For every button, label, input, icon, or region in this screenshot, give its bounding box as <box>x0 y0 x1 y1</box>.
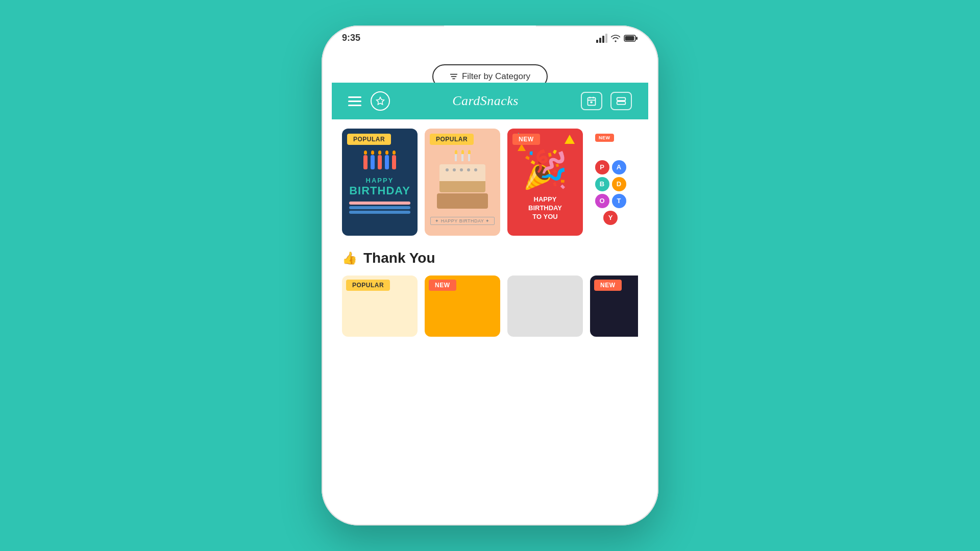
letter-D: D <box>612 177 626 191</box>
svg-rect-4 <box>587 97 595 105</box>
svg-rect-2 <box>625 36 634 40</box>
svg-rect-10 <box>617 102 626 105</box>
thank-you-card-2[interactable]: NEW <box>425 276 500 337</box>
letter-Y: Y <box>603 211 618 225</box>
thank-you-cards-row: POPULAR NEW NEW <box>342 276 638 337</box>
happy-birthday-text: ✦ HAPPY BIRTHDAY ✦ <box>430 217 494 225</box>
scroll-area[interactable]: Filter by Category 🎂 Birthday POPULAR <box>332 54 648 515</box>
thank-you-title: Thank You <box>363 250 435 266</box>
status-icons <box>596 34 638 43</box>
popular-badge: POPULAR <box>347 134 391 145</box>
signal-icon <box>596 34 607 43</box>
svg-rect-1 <box>636 37 638 40</box>
birthday-card-3[interactable]: NEW 🎉 HAPPYBIRTHDAYTO YOU <box>507 129 583 236</box>
thank-you-card-4[interactable]: NEW <box>590 276 638 337</box>
new-badge-ty2: NEW <box>429 280 456 291</box>
thank-you-category-header: 👍 Thank You <box>342 250 638 266</box>
birthday-cards-row: POPULAR HAPPY BIRTHDAY <box>342 129 638 236</box>
svg-marker-3 <box>377 97 384 105</box>
svg-rect-8 <box>590 102 592 103</box>
status-bar: 9:35 <box>342 33 638 43</box>
thank-you-category-section: 👍 Thank You POPULAR NEW <box>342 250 638 337</box>
birthday-card-1[interactable]: POPULAR HAPPY BIRTHDAY <box>342 129 418 236</box>
new-badge-4: NEW <box>595 134 614 142</box>
header-left <box>348 91 390 111</box>
letter-O: O <box>595 194 609 208</box>
letter-B: B <box>595 177 609 191</box>
waves-decoration <box>349 202 410 214</box>
popular-badge-2: POPULAR <box>430 134 474 145</box>
thank-you-card-3[interactable] <box>507 276 583 337</box>
calendar-button[interactable] <box>581 92 602 110</box>
thank-you-card-1[interactable]: POPULAR <box>342 276 418 337</box>
header-right <box>581 92 632 110</box>
candles <box>363 151 396 169</box>
letter-A: A <box>612 160 626 174</box>
svg-rect-9 <box>617 97 626 101</box>
phone-screen: CardSnacks <box>332 54 648 515</box>
letter-T: T <box>612 194 626 208</box>
thumbs-up-icon: 👍 <box>342 251 357 265</box>
new-badge-ty4: NEW <box>594 280 622 291</box>
birthday-category-section: 🎂 Birthday POPULAR <box>342 103 638 236</box>
hamburger-menu-button[interactable] <box>348 96 361 106</box>
app-title: CardSnacks <box>452 93 519 109</box>
phone-mockup: 9:35 <box>322 26 658 525</box>
new-badge: NEW <box>512 134 540 145</box>
battery-icon <box>624 34 638 42</box>
birthday-card-4[interactable]: NEW P A B D O T Y <box>590 129 631 236</box>
app-header: CardSnacks <box>332 83 648 119</box>
filter-label: Filter by Category <box>462 71 530 82</box>
favorites-button[interactable] <box>371 91 390 111</box>
hbd-text: HAPPYBIRTHDAYTO YOU <box>528 195 562 221</box>
wifi-icon <box>610 34 621 42</box>
cards-button[interactable] <box>610 92 632 110</box>
status-time: 9:35 <box>342 33 360 43</box>
popular-badge-ty1: POPULAR <box>346 280 390 291</box>
letter-P: P <box>595 160 609 174</box>
birthday-card-2[interactable]: POPULAR <box>425 129 500 236</box>
